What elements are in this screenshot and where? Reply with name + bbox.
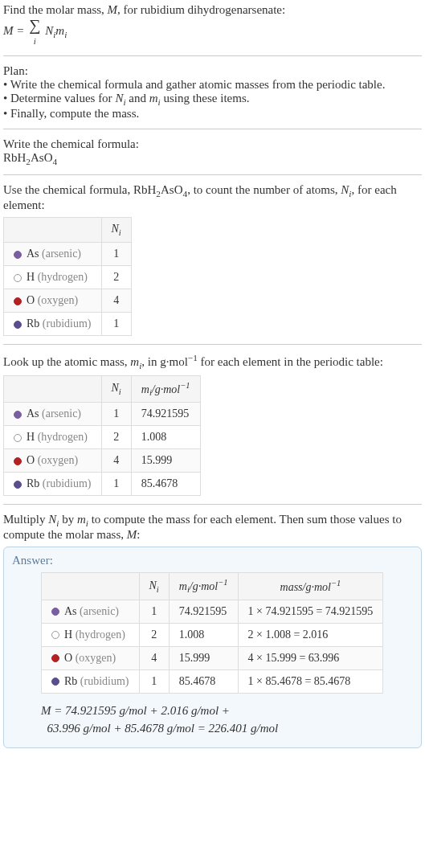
table-header-row: Ni mi/g·mol−1 mass/g·mol−1 bbox=[42, 573, 383, 600]
element-bullet bbox=[14, 274, 22, 282]
element-cell: O (oxygen) bbox=[4, 449, 102, 473]
element-bullet bbox=[14, 457, 22, 465]
formula-mi: m bbox=[55, 24, 64, 37]
element-bullet bbox=[14, 434, 22, 442]
element-bullet bbox=[51, 654, 59, 662]
element-cell: H (hydrogen) bbox=[4, 426, 102, 449]
sub-i2: i bbox=[64, 30, 67, 39]
element-cell: Rb (rubidium) bbox=[4, 312, 102, 335]
table-row: As (arsenic) 1 bbox=[4, 242, 132, 265]
divider bbox=[3, 344, 422, 345]
n-value: 4 bbox=[101, 289, 131, 312]
chemical-formula-section: Write the chemical formula: RbH2AsO4 bbox=[3, 137, 422, 166]
ni-header: Ni bbox=[139, 573, 169, 600]
table-row: As (arsenic) 1 74.921595 1 × 74.921595 =… bbox=[42, 600, 383, 623]
element-bullet bbox=[14, 251, 22, 259]
element-bullet bbox=[14, 297, 22, 305]
n-value: 1 bbox=[101, 473, 131, 496]
n-value: 1 bbox=[139, 669, 169, 693]
n-value: 2 bbox=[101, 265, 131, 289]
table-row: O (oxygen) 4 15.999 bbox=[4, 449, 201, 473]
mass-value: 1 × 85.4678 = 85.4678 bbox=[238, 669, 383, 693]
table-row: As (arsenic) 1 74.921595 bbox=[4, 403, 201, 426]
m-value: 15.999 bbox=[169, 646, 238, 669]
intro-text: Find the molar mass, bbox=[3, 3, 108, 16]
n-value: 2 bbox=[139, 623, 169, 646]
mi-header: mi/g·mol−1 bbox=[131, 375, 200, 402]
element-bullet bbox=[14, 321, 22, 329]
element-bullet bbox=[51, 631, 59, 639]
m-value: 85.4678 bbox=[131, 473, 200, 496]
answer-label: Answer: bbox=[12, 554, 413, 567]
mass-value: 2 × 1.008 = 2.016 bbox=[238, 623, 383, 646]
atom-count-table: Ni As (arsenic) 1 H (hydrogen) 2 O (oxyg… bbox=[3, 217, 132, 336]
element-cell: O (oxygen) bbox=[42, 646, 140, 669]
table-row: Rb (rubidium) 1 bbox=[4, 312, 132, 335]
plan-bullet-2: • Determine values for Ni and mi using t… bbox=[3, 92, 422, 107]
molar-mass-formula: M = ∑i Nimi bbox=[3, 24, 67, 37]
ni-header: Ni bbox=[101, 375, 131, 402]
formula-Ni: N bbox=[42, 24, 53, 37]
table-row: H (hydrogen) 2 1.008 2 × 1.008 = 2.016 bbox=[42, 623, 383, 646]
count-section: Use the chemical formula, RbH2AsO4, to c… bbox=[3, 183, 422, 336]
lookup-text: Look up the atomic mass, mi, in g·mol−1 … bbox=[3, 353, 422, 371]
plan-section: Plan: • Write the chemical formula and g… bbox=[3, 64, 422, 121]
m-value: 15.999 bbox=[131, 449, 200, 473]
empty-header bbox=[4, 218, 102, 243]
plan-bullet-1: • Write the chemical formula and gather … bbox=[3, 78, 422, 92]
count-text: Use the chemical formula, RbH2AsO4, to c… bbox=[3, 183, 422, 212]
element-bullet bbox=[14, 411, 22, 419]
intro-section: Find the molar mass, M, for rubidium dih… bbox=[3, 3, 422, 47]
plan-header: Plan: bbox=[3, 64, 422, 78]
table-row: O (oxygen) 4 bbox=[4, 289, 132, 312]
plan-bullet-3: • Finally, compute the mass. bbox=[3, 107, 422, 121]
element-cell: Rb (rubidium) bbox=[42, 669, 140, 693]
n-value: 1 bbox=[139, 600, 169, 623]
table-row: O (oxygen) 4 15.999 4 × 15.999 = 63.996 bbox=[42, 646, 383, 669]
element-cell: O (oxygen) bbox=[4, 289, 102, 312]
empty-header bbox=[4, 375, 102, 402]
table-row: H (hydrogen) 2 1.008 bbox=[4, 426, 201, 449]
formula-M: M = bbox=[3, 24, 27, 37]
divider bbox=[3, 55, 422, 56]
sigma-sum: ∑i bbox=[29, 17, 40, 47]
n-value: 4 bbox=[139, 646, 169, 669]
sigma-index: i bbox=[34, 36, 36, 46]
element-bullet bbox=[51, 678, 59, 686]
divider bbox=[3, 174, 422, 175]
n-value: 1 bbox=[101, 403, 131, 426]
n-value: 4 bbox=[101, 449, 131, 473]
intro-text-2: , for rubidium dihydrogenarsenate: bbox=[117, 3, 285, 16]
table-header-row: Ni bbox=[4, 218, 132, 243]
element-cell: As (arsenic) bbox=[4, 403, 102, 426]
mass-value: 4 × 15.999 = 63.996 bbox=[238, 646, 383, 669]
table-row: Rb (rubidium) 1 85.4678 1 × 85.4678 = 85… bbox=[42, 669, 383, 693]
element-bullet bbox=[14, 481, 22, 489]
answer-box: Answer: Ni mi/g·mol−1 mass/g·mol−1 As (a… bbox=[3, 547, 422, 747]
element-cell: As (arsenic) bbox=[4, 242, 102, 265]
sigma-symbol: ∑ bbox=[29, 16, 40, 34]
element-cell: As (arsenic) bbox=[42, 600, 140, 623]
element-cell: Rb (rubidium) bbox=[4, 473, 102, 496]
element-cell: H (hydrogen) bbox=[4, 265, 102, 289]
chemical-formula: RbH2AsO4 bbox=[3, 151, 422, 166]
final-answer: M = 74.921595 g/mol + 2.016 g/mol + 63.9… bbox=[41, 702, 413, 738]
multiply-section: Multiply Ni by mi to compute the mass fo… bbox=[3, 513, 422, 747]
answer-table: Ni mi/g·mol−1 mass/g·mol−1 As (arsenic) … bbox=[41, 572, 383, 693]
m-value: 85.4678 bbox=[169, 669, 238, 693]
lookup-section: Look up the atomic mass, mi, in g·mol−1 … bbox=[3, 353, 422, 496]
atomic-mass-table: Ni mi/g·mol−1 As (arsenic) 1 74.921595 H… bbox=[3, 375, 201, 496]
table-row: H (hydrogen) 2 bbox=[4, 265, 132, 289]
m-value: 74.921595 bbox=[131, 403, 200, 426]
table-row: Rb (rubidium) 1 85.4678 bbox=[4, 473, 201, 496]
m-value: 1.008 bbox=[169, 623, 238, 646]
symbol-M: M bbox=[108, 3, 118, 16]
m-value: 74.921595 bbox=[169, 600, 238, 623]
ni-header: Ni bbox=[101, 218, 131, 243]
multiply-text: Multiply Ni by mi to compute the mass fo… bbox=[3, 513, 422, 542]
divider bbox=[3, 129, 422, 129]
m-value: 1.008 bbox=[131, 426, 200, 449]
n-value: 1 bbox=[101, 242, 131, 265]
empty-header bbox=[42, 573, 140, 600]
element-cell: H (hydrogen) bbox=[42, 623, 140, 646]
